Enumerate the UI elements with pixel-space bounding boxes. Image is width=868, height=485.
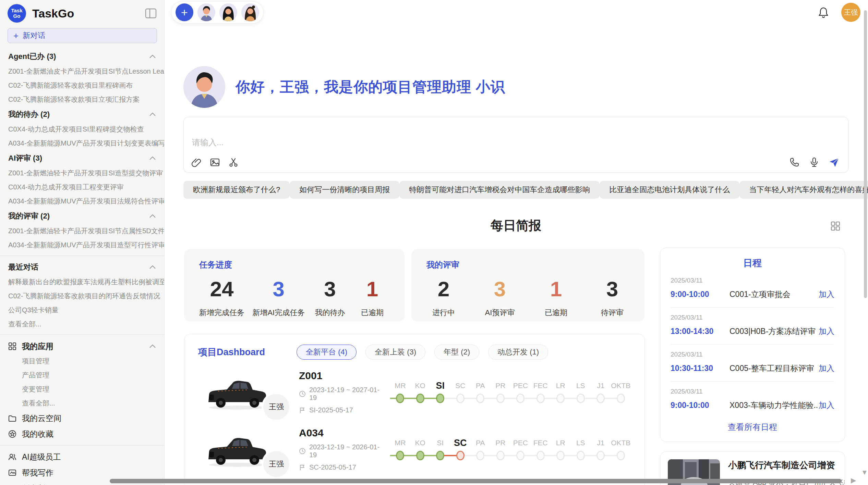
suggestion-chip[interactable]: 当下年轻人对汽车外观有怎样的喜好趋势 <box>739 181 868 199</box>
milestone-label: KO <box>410 380 431 392</box>
app-item[interactable]: 变更管理 <box>0 382 164 396</box>
sidebar-group-title: AI评审 (3) <box>8 153 42 163</box>
milestone-dot-row <box>531 449 551 462</box>
chevron-up-icon[interactable] <box>149 265 156 270</box>
sidebar-item-ai-super-staff[interactable]: AI超级员工 <box>0 449 164 465</box>
sidebar-group-header[interactable]: 我的待办 (2) <box>0 107 164 122</box>
microphone-icon[interactable] <box>809 157 819 167</box>
join-button[interactable]: 加入 <box>819 289 834 300</box>
stat: 3我的待办 <box>313 278 347 318</box>
member-avatar-2[interactable] <box>219 3 237 21</box>
milestone-label: OKTB <box>611 380 631 392</box>
dashboard-tab[interactable]: 动总开发 (1) <box>488 345 548 360</box>
vertical-scrollbar[interactable] <box>864 10 867 298</box>
scissors-icon[interactable] <box>228 157 239 167</box>
suggestion-chip[interactable]: 特朗普可能对进口汽车增税会对中国车企造成哪些影响 <box>399 181 600 199</box>
member-avatar-1[interactable] <box>197 3 215 21</box>
sidebar-group-header[interactable]: 我的评审 (2) <box>0 208 164 224</box>
image-upload-icon[interactable] <box>210 157 220 167</box>
sidebar-item[interactable]: A034-全新新能源MUV产品开发项目计划变更表编写 <box>0 136 164 150</box>
send-icon[interactable] <box>829 157 839 167</box>
sidebar-item[interactable]: C02-飞腾新能源轻客改款项目里程碑画布 <box>0 78 164 92</box>
stat-value: 24 <box>199 278 244 300</box>
chevron-up-icon[interactable] <box>149 344 156 349</box>
sidebar-item[interactable]: A034-全新新能源MUV产品开发项目法规符合性评审 <box>0 194 164 208</box>
chat-input[interactable] <box>192 137 706 152</box>
recent-chat-item[interactable]: 查看全部... <box>0 317 164 331</box>
app-title: TaskGo <box>32 7 145 20</box>
chevron-up-icon[interactable] <box>149 156 156 161</box>
sidebar-item[interactable]: C0X4-动力总成开发项目SI里程碑提交物检查 <box>0 122 164 136</box>
milestone-dot <box>617 451 625 460</box>
milestone-label: PEC <box>510 437 531 449</box>
recent-chats-header[interactable]: 最近对话 <box>0 259 164 275</box>
chevron-up-icon[interactable] <box>149 214 156 219</box>
app-root: Task Go TaskGo + 新对话 Agent已办 (3)Z001-全新燃… <box>0 0 868 485</box>
sidebar-item[interactable]: C0X4-动力总成开发项目工程变更评审 <box>0 180 164 194</box>
milestone-dot <box>617 394 625 403</box>
chevron-up-icon[interactable] <box>149 112 156 117</box>
new-chat-button[interactable]: + 新对话 <box>8 28 157 43</box>
milestone: PA <box>470 437 491 462</box>
milestone: KO <box>410 380 431 405</box>
my-apps-header[interactable]: 我的应用 <box>0 338 164 354</box>
sidebar-item[interactable]: C02-飞腾新能源轻客改款项目立项汇报方案 <box>0 92 164 107</box>
collapse-sidebar-icon[interactable] <box>145 8 157 18</box>
join-button[interactable]: 加入 <box>819 363 834 374</box>
sidebar-item[interactable]: Z001-全新燃油轻卡产品开发项目SI造型提交物评审 <box>0 166 164 180</box>
chevron-up-icon[interactable] <box>149 54 156 59</box>
sidebar-item-cloud-space[interactable]: 我的云空间 <box>0 410 164 426</box>
milestone-dot-row <box>491 449 511 462</box>
sidebar-item[interactable]: Z001-全新燃油皮卡产品开发项目SI节点Lesson Learn报告 <box>0 64 164 78</box>
briefing-layout-icon[interactable] <box>830 221 841 231</box>
sidebar-item-help-me-write[interactable]: 帮我写作 <box>0 465 164 481</box>
milestone-label: SI <box>430 437 450 449</box>
notification-bell-icon[interactable] <box>818 7 829 18</box>
sidebar-item-favorites[interactable]: 我的收藏 <box>0 426 164 442</box>
attachment-icon[interactable] <box>191 157 202 167</box>
member-avatar-3[interactable] <box>241 3 259 21</box>
scroll-right-arrow-icon[interactable]: ▶ <box>851 476 856 484</box>
dashboard-tab[interactable]: 全新上装 (3) <box>365 345 425 360</box>
briefing-card-title: 任务进度 <box>199 259 389 270</box>
recent-chat-item[interactable]: C02-飞腾新能源轻客改款项目的闭环通告反馈情况 <box>0 289 164 303</box>
milestone-dot <box>396 394 404 403</box>
app-item[interactable]: 产品管理 <box>0 368 164 382</box>
add-session-button[interactable]: + <box>176 3 193 21</box>
project-row[interactable]: 王强 A034 2023-12-19 ~ 2026-01-19 S <box>184 417 644 474</box>
join-button[interactable]: 加入 <box>819 400 834 411</box>
recent-chat-item[interactable]: 解释最新出台的欧盟报废车法规再生塑料比例被调至15%... <box>0 275 164 289</box>
milestone-dot <box>516 451 525 460</box>
milestone-dot-row <box>430 392 450 405</box>
sidebar-item[interactable]: Z001-全新燃油轻卡产品开发项目SI节点属性5D文件评审 <box>0 224 164 238</box>
dashboard-tab[interactable]: 全新平台 (4) <box>297 345 357 360</box>
app-item[interactable]: 项目管理 <box>0 354 164 368</box>
milestone: FEC <box>531 380 551 405</box>
suggestion-chip[interactable]: 比亚迪全固态电池计划具体说了什么 <box>600 181 739 199</box>
scroll-down-arrow-icon[interactable]: ▼ <box>861 469 868 476</box>
project-row[interactable]: 王强 Z001 2023-12-19 ~ 2027-01-19 S <box>184 360 644 417</box>
milestone-dot-row <box>410 392 431 405</box>
app-item[interactable]: 查看全部... <box>0 396 164 410</box>
horizontal-scrollbar[interactable] <box>110 479 842 483</box>
join-button[interactable]: 加入 <box>819 326 834 337</box>
recent-chat-item[interactable]: 公司Q3轻卡销量 <box>0 303 164 317</box>
user-avatar[interactable]: 王强 <box>841 3 860 22</box>
view-all-schedule-link[interactable]: 查看所有日程 <box>660 422 845 433</box>
sidebar-item-label: 创意制图 <box>22 483 53 485</box>
sidebar-item[interactable]: A034-全新新能源MUV产品开发项目造型可行性评审 <box>0 238 164 252</box>
sidebar-group-header[interactable]: AI评审 (3) <box>0 150 164 166</box>
milestone-dot-row <box>531 392 551 405</box>
suggestion-chip[interactable]: 如何写一份清晰的项目周报 <box>290 181 399 199</box>
sidebar-group-header[interactable]: Agent已办 (3) <box>0 49 164 64</box>
milestone-label: MR <box>390 437 410 449</box>
phone-call-icon[interactable] <box>789 157 799 167</box>
stat-value: 3 <box>595 278 629 300</box>
milestone-dot <box>456 394 465 403</box>
milestone-dot <box>596 451 605 460</box>
milestone-dot-row <box>450 449 471 462</box>
sidebar-item-label: 我的云空间 <box>22 413 61 424</box>
milestone-dot-row <box>551 449 571 462</box>
dashboard-tab[interactable]: 年型 (2) <box>434 345 479 360</box>
suggestion-chip[interactable]: 欧洲新规最近颁布了什么? <box>183 181 290 199</box>
